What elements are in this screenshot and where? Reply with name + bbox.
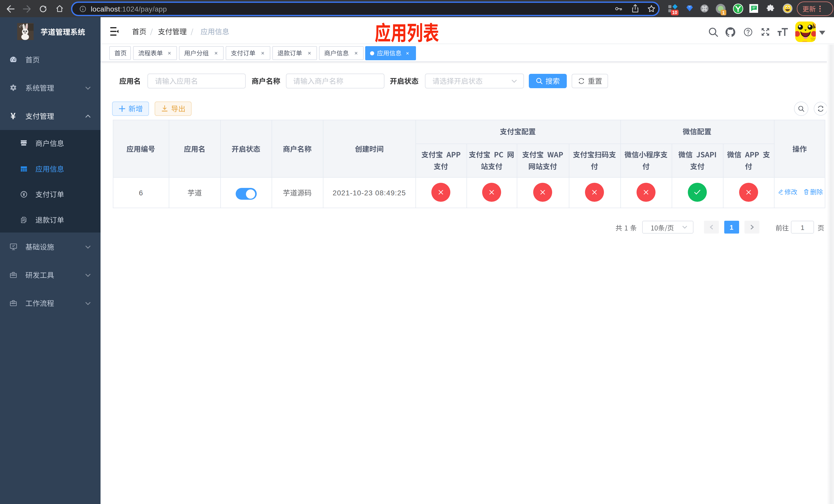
svg-text:1: 1 [722,10,725,15]
svg-text:10: 10 [672,10,677,15]
